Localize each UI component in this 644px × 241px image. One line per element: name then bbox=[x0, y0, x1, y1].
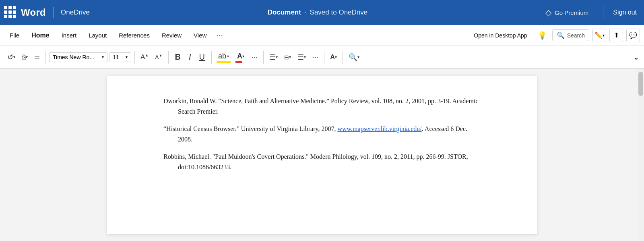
font-color-bar bbox=[235, 61, 242, 63]
app-name: Word bbox=[21, 7, 54, 18]
toolbar-separator-3 bbox=[168, 51, 169, 64]
bullets-icon: ☰ bbox=[269, 53, 276, 62]
toolbar-separator-4 bbox=[211, 51, 212, 64]
paragraph-icon: ☰ bbox=[297, 53, 304, 62]
menu-layout[interactable]: Layout bbox=[83, 29, 112, 41]
font-color-icon: A bbox=[237, 52, 242, 60]
onedrive-label: OneDrive bbox=[61, 8, 90, 17]
font-selector[interactable]: Times New Ro... ▾ bbox=[49, 52, 107, 62]
toolbar-separator-5 bbox=[263, 51, 264, 64]
font-size-label: 11 bbox=[113, 54, 119, 60]
collapse-ribbon-button[interactable]: ⌄ bbox=[633, 53, 639, 62]
doc-title-area: Document - Saved to OneDrive bbox=[90, 8, 545, 17]
paragraph-button[interactable]: ☰ ▾ bbox=[295, 51, 308, 63]
search-toolbar-button[interactable]: 🔍 ▾ bbox=[346, 51, 362, 63]
format-painter-icon: ⚌ bbox=[34, 53, 40, 61]
menu-more[interactable]: ··· bbox=[213, 29, 226, 42]
font-name-label: Times New Ro... bbox=[53, 54, 94, 60]
grow-icon: A▲ bbox=[140, 53, 149, 61]
vertical-divider bbox=[603, 5, 603, 20]
clipboard-button[interactable]: ⎘ ▾ bbox=[19, 52, 30, 62]
numbered-dropdown-icon: ▾ bbox=[289, 55, 291, 59]
search-box[interactable]: 🔍 Search bbox=[552, 29, 589, 41]
document-page[interactable]: Dworkin, Ronald W. “Science, Faith and A… bbox=[107, 76, 537, 234]
menu-home[interactable]: Home bbox=[26, 29, 55, 42]
search-toolbar-icon: 🔍 bbox=[349, 53, 357, 62]
style-button[interactable]: A ▾ bbox=[328, 52, 339, 63]
underline-button[interactable]: U bbox=[196, 51, 208, 63]
share-icon: ⬆ bbox=[614, 31, 619, 39]
chevron-down-icon: ▾ bbox=[603, 33, 605, 37]
shrink-icon: A▼ bbox=[155, 54, 162, 60]
toolbar-separator-2 bbox=[134, 51, 135, 64]
title-bar: Word OneDrive Document - Saved to OneDri… bbox=[0, 0, 644, 25]
share-button[interactable]: ⬆ bbox=[609, 29, 623, 42]
clipboard-icon: ⎘ bbox=[22, 54, 26, 61]
font-size-selector[interactable]: 11 ▾ bbox=[109, 52, 131, 62]
menu-insert[interactable]: Insert bbox=[56, 29, 83, 41]
paragraph-dropdown-icon: ▾ bbox=[304, 55, 306, 59]
menu-references[interactable]: References bbox=[113, 29, 155, 41]
comment-icon: 💬 bbox=[629, 31, 637, 39]
numbered-list-button[interactable]: ⊟ ▾ bbox=[282, 52, 293, 62]
shrink-font-button[interactable]: A▼ bbox=[153, 52, 165, 62]
style-dropdown-icon: ▾ bbox=[335, 55, 337, 59]
ribbon-menu: File Home Insert Layout References Revie… bbox=[0, 25, 644, 46]
search-toolbar-dropdown-icon: ▾ bbox=[357, 55, 359, 59]
undo-button[interactable]: ↺ ▾ bbox=[5, 51, 18, 63]
search-icon: 🔍 bbox=[557, 31, 565, 39]
ref-link[interactable]: www.mapserver.lib.virginia.edu/ bbox=[337, 125, 421, 132]
waffle-icon[interactable] bbox=[4, 6, 17, 19]
highlight-icon: ab bbox=[218, 52, 226, 60]
bullets-button[interactable]: ☰ ▾ bbox=[267, 51, 280, 63]
doc-separator: - bbox=[304, 8, 307, 17]
italic-button[interactable]: I bbox=[186, 51, 194, 63]
lightbulb-button[interactable]: 💡 bbox=[535, 29, 549, 42]
bold-button[interactable]: B bbox=[172, 51, 184, 63]
reference-3: Robbins, Michael. "Paul Muldoon's Covert… bbox=[163, 152, 481, 172]
scrollbar-track[interactable] bbox=[638, 69, 644, 241]
menu-review[interactable]: Review bbox=[156, 29, 187, 41]
highlight-color-bar bbox=[217, 61, 231, 63]
toolbar-separator-7 bbox=[343, 51, 343, 64]
more-paragraph-button[interactable]: ··· bbox=[310, 51, 321, 63]
open-desktop-app[interactable]: Open in Desktop App bbox=[469, 30, 532, 41]
underline-icon: U bbox=[199, 52, 205, 62]
menu-file[interactable]: File bbox=[4, 29, 25, 41]
font-color-dropdown-icon: ▾ bbox=[242, 54, 244, 58]
font-dropdown-icon: ▾ bbox=[102, 55, 104, 59]
numbered-icon: ⊟ bbox=[284, 54, 289, 60]
highlight-button[interactable]: ab ▾ bbox=[215, 50, 232, 64]
toolbar-separator-1 bbox=[45, 51, 46, 64]
toolbar: ↺ ▾ ⎘ ▾ ⚌ Times New Ro... ▾ 11 ▾ A▲ A▼ B… bbox=[0, 46, 644, 69]
comment-button[interactable]: 💬 bbox=[626, 29, 640, 42]
pencil-icon: ✏️ bbox=[594, 31, 603, 39]
style-icon: A bbox=[330, 53, 335, 61]
premium-label: Go Premium bbox=[555, 9, 588, 16]
more-format-button[interactable]: ··· bbox=[249, 51, 260, 63]
reference-1: Dworkin, Ronald W. “Science, Faith and A… bbox=[163, 96, 481, 116]
sign-out-button[interactable]: Sign out bbox=[610, 6, 640, 19]
bullets-dropdown-icon: ▾ bbox=[276, 55, 278, 59]
highlight-dropdown-icon: ▾ bbox=[227, 54, 229, 58]
diamond-icon: ◇ bbox=[545, 8, 551, 17]
font-size-dropdown-icon: ▾ bbox=[126, 55, 128, 59]
doc-status: Saved to OneDrive bbox=[310, 8, 368, 17]
undo-icon: ↺ bbox=[7, 53, 13, 62]
font-color-button[interactable]: A ▾ bbox=[234, 50, 248, 64]
format-painter-button[interactable]: ⚌ bbox=[32, 52, 42, 62]
grow-font-button[interactable]: A▲ bbox=[138, 52, 151, 63]
search-label: Search bbox=[567, 32, 585, 39]
toolbar-separator-6 bbox=[324, 51, 324, 64]
clipboard-dropdown-icon: ▾ bbox=[26, 55, 28, 59]
reference-2: “Historical Census Browser.” University … bbox=[163, 124, 481, 144]
scrollbar-thumb[interactable] bbox=[638, 72, 643, 96]
premium-area[interactable]: ◇ Go Premium bbox=[545, 8, 588, 17]
menu-view[interactable]: View bbox=[188, 29, 212, 41]
edit-dropdown-button[interactable]: ✏️ ▾ bbox=[592, 29, 606, 42]
undo-dropdown-icon: ▾ bbox=[13, 55, 15, 59]
doc-name: Document bbox=[268, 8, 301, 17]
document-area: Dworkin, Ronald W. “Science, Faith and A… bbox=[0, 69, 644, 241]
